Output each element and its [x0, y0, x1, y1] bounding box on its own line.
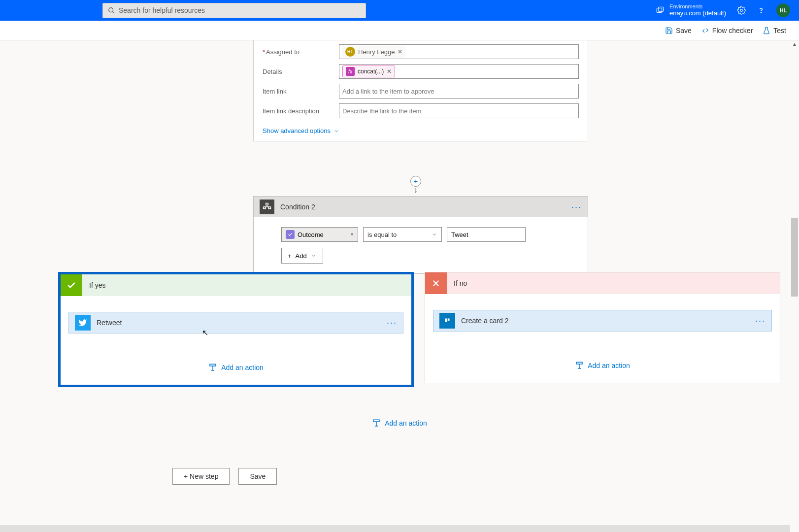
- condition-card: Condition 2 ··· Outcome × is equal to Tw…: [253, 196, 588, 274]
- svg-rect-19: [445, 319, 447, 323]
- save-flow-button[interactable]: Save: [238, 468, 277, 485]
- condition-left-operand[interactable]: Outcome ×: [281, 227, 358, 242]
- test-button[interactable]: Test: [763, 27, 786, 34]
- add-condition-button[interactable]: + Add: [281, 248, 323, 264]
- outer-add-action-row: Add an action: [0, 419, 799, 428]
- retweet-title: Retweet: [97, 319, 122, 327]
- item-link-input[interactable]: [339, 84, 579, 99]
- if-yes-body: Retweet ··· Add an action: [61, 296, 411, 385]
- fx-icon: fx: [346, 67, 355, 76]
- scroll-thumb[interactable]: [791, 218, 798, 297]
- horizontal-scrollbar[interactable]: [0, 525, 790, 532]
- chevron-down-icon: [432, 232, 437, 237]
- plus-icon: +: [288, 252, 292, 260]
- svg-rect-7: [266, 203, 268, 205]
- condition-title: Condition 2: [280, 203, 315, 211]
- user-avatar[interactable]: HL: [776, 3, 790, 17]
- action-toolbar: Save Flow checker Test: [0, 21, 799, 40]
- trello-action-card[interactable]: Create a card 2 ···: [433, 310, 772, 332]
- scroll-up-arrow-icon[interactable]: ▲: [792, 41, 797, 47]
- add-action-icon: [372, 419, 381, 428]
- svg-rect-20: [448, 319, 450, 321]
- close-icon: [425, 272, 447, 294]
- expression-token: fx concat(...) ✕: [342, 66, 395, 77]
- save-button[interactable]: Save: [665, 27, 692, 34]
- vertical-scrollbar[interactable]: ▲: [790, 40, 798, 532]
- token-text: concat(...): [358, 68, 384, 75]
- field-row-item-link-desc: Item link description: [263, 103, 579, 118]
- details-input[interactable]: fx concat(...) ✕: [339, 64, 579, 79]
- item-link-desc-input[interactable]: [339, 103, 579, 118]
- remove-token-icon[interactable]: ✕: [387, 68, 392, 75]
- save-icon: [665, 27, 673, 34]
- header-right: Environments enayu.com (default) HL: [656, 3, 790, 17]
- add-action-button-no[interactable]: Add an action: [433, 361, 772, 370]
- field-row-details: Details fx concat(...) ✕: [263, 64, 579, 79]
- assigned-to-label: *Assigned to: [263, 48, 339, 56]
- search-input[interactable]: Search for helpful resources: [102, 3, 366, 18]
- bottom-button-row: + New step Save: [172, 468, 277, 485]
- remove-outcome-icon[interactable]: ×: [350, 231, 354, 238]
- if-yes-title: If yes: [89, 281, 105, 289]
- action-menu-icon[interactable]: ···: [755, 316, 766, 326]
- if-no-header: If no: [425, 272, 780, 294]
- item-link-desc-label: Item link description: [263, 107, 339, 115]
- svg-rect-25: [373, 420, 379, 422]
- add-action-label: Add an action: [385, 419, 427, 427]
- flow-checker-button[interactable]: Flow checker: [701, 27, 753, 34]
- flow-checker-icon: [701, 27, 709, 34]
- svg-rect-18: [444, 317, 451, 324]
- condition-value-input[interactable]: Tweet: [447, 227, 526, 242]
- connector: + ↓: [410, 176, 421, 193]
- help-icon[interactable]: [757, 6, 766, 15]
- search-icon: [108, 7, 115, 14]
- flow-canvas[interactable]: *Assigned to HL Henry Legge ✕ Details fx…: [0, 40, 799, 532]
- condition-body: Outcome × is equal to Tweet + Add: [254, 217, 588, 273]
- svg-rect-2: [657, 8, 662, 12]
- settings-icon[interactable]: [737, 6, 746, 15]
- remove-person-icon[interactable]: ✕: [398, 48, 402, 55]
- svg-rect-10: [264, 207, 266, 209]
- outcome-token-icon: [286, 230, 295, 239]
- person-name: Henry Legge: [358, 48, 395, 56]
- condition-header[interactable]: Condition 2 ···: [254, 197, 588, 217]
- if-no-title: If no: [454, 279, 467, 287]
- add-action-icon: [208, 363, 217, 372]
- person-token: HL Henry Legge ✕: [342, 46, 405, 58]
- condition-menu-icon[interactable]: ···: [571, 202, 582, 212]
- condition-row: Outcome × is equal to Tweet: [281, 227, 570, 242]
- trello-title: Create a card 2: [461, 317, 509, 325]
- condition-icon: [260, 200, 274, 214]
- arrow-down-icon: ↓: [414, 187, 418, 193]
- retweet-action-card[interactable]: Retweet ···: [68, 312, 403, 333]
- env-label: Environments: [669, 3, 726, 10]
- add-action-label: Add an action: [221, 364, 264, 371]
- assigned-to-input[interactable]: HL Henry Legge ✕: [339, 44, 579, 59]
- show-advanced-link[interactable]: Show advanced options: [263, 127, 339, 134]
- environment-picker[interactable]: Environments enayu.com (default): [656, 3, 726, 17]
- top-header: Search for helpful resources Environment…: [0, 0, 799, 21]
- action-menu-icon[interactable]: ···: [387, 318, 397, 328]
- svg-line-1: [113, 12, 115, 14]
- test-label: Test: [773, 27, 786, 34]
- condition-operator-select[interactable]: is equal to: [363, 227, 442, 242]
- svg-rect-12: [210, 364, 216, 366]
- add-action-button-outer[interactable]: Add an action: [372, 419, 427, 428]
- flow-checker-label: Flow checker: [712, 27, 753, 34]
- add-action-label: Add an action: [588, 362, 630, 369]
- svg-point-0: [109, 8, 113, 12]
- advanced-label: Show advanced options: [263, 127, 331, 134]
- chevron-down-icon: [333, 128, 339, 134]
- search-placeholder: Search for helpful resources: [119, 6, 205, 14]
- if-yes-branch: If yes Retweet ··· Add an action: [58, 272, 414, 387]
- if-no-branch: If no Create a card 2 ··· Add an action: [425, 272, 780, 383]
- add-action-button-yes[interactable]: Add an action: [68, 363, 403, 372]
- svg-rect-3: [658, 7, 664, 11]
- operator-text: is equal to: [367, 231, 397, 238]
- field-row-assigned-to: *Assigned to HL Henry Legge ✕: [263, 44, 579, 59]
- svg-rect-21: [576, 362, 582, 364]
- if-yes-header: If yes: [61, 274, 411, 296]
- new-step-button[interactable]: + New step: [172, 468, 230, 485]
- item-link-label: Item link: [263, 88, 339, 95]
- env-value: enayu.com (default): [669, 10, 726, 17]
